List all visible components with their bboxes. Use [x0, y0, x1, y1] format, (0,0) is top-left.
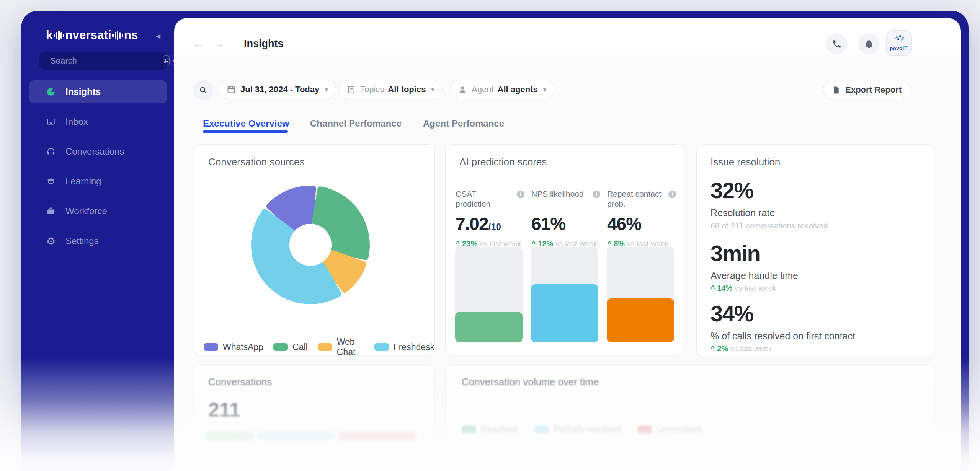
- chevron-down-icon: ▾: [543, 86, 547, 93]
- pie-chart-icon: [46, 86, 56, 97]
- sidebar-collapse-icon[interactable]: ◂: [156, 31, 160, 41]
- volume-line-chart: [446, 441, 934, 471]
- filter-search-button[interactable]: [193, 80, 213, 100]
- conversations-total: 211: [208, 398, 240, 421]
- sidebar-item-label: Inbox: [65, 116, 88, 127]
- legend-item: Freshdesk: [374, 342, 434, 352]
- phone-button[interactable]: [826, 33, 848, 55]
- first-contact-value: 34%: [710, 301, 753, 326]
- waveform-icon: [112, 31, 123, 40]
- bar-segment: [204, 432, 253, 440]
- conversation-sources-card: Conversation sources WhatsApp Call Web C…: [194, 144, 435, 355]
- cmd-key-badge: ⌘: [163, 55, 170, 66]
- legend-swatch: [534, 426, 549, 434]
- tab-agent-perfomance[interactable]: Agent Perfomance: [423, 118, 504, 129]
- graduation-cap-icon: [46, 176, 56, 187]
- sidebar-item-label: Insights: [65, 86, 101, 97]
- active-tab-underline: [203, 130, 288, 133]
- card-title: Conversations: [208, 376, 272, 388]
- card-title: AI prediction scores: [459, 156, 547, 168]
- legend-swatch: [637, 426, 652, 434]
- info-icon[interactable]: i: [593, 191, 600, 198]
- legend-swatch: [204, 343, 218, 351]
- sidebar-nav: Insights Inbox Conversations Learning: [29, 80, 167, 259]
- avatar[interactable]: povoIT: [886, 30, 912, 56]
- topics-filter[interactable]: Topics All topics ▾: [339, 80, 443, 99]
- headphones-icon: [46, 146, 56, 157]
- agent-filter[interactable]: Agent All agents ▾: [450, 80, 554, 99]
- issue-resolution-card: Issue resolution 32% Resolution rate 68 …: [696, 144, 934, 357]
- tab-channel-perfomance[interactable]: Channel Perfomance: [310, 118, 402, 129]
- metric-value: 61%: [531, 213, 604, 234]
- sidebar-item-conversations[interactable]: Conversations: [29, 140, 167, 163]
- metric-value: 7.02/10: [456, 213, 528, 234]
- gauge-bar-repeat: [607, 247, 674, 342]
- metric-label: CSAT prediction: [456, 189, 513, 210]
- sidebar-item-workforce[interactable]: Workforce: [29, 200, 167, 223]
- bar-segment: [338, 432, 415, 440]
- sidebar-item-label: Conversations: [65, 146, 124, 157]
- volume-legend: Resolved Partially resolved Unresolved: [462, 424, 701, 435]
- inbox-icon: [46, 116, 56, 127]
- legend-label: Call: [292, 342, 308, 352]
- conversations-split-bar: [204, 432, 415, 440]
- info-icon[interactable]: i: [517, 191, 524, 198]
- metric-nps: NPS likelihood i 61% ^ 12% vs last week: [531, 189, 604, 248]
- calendar-icon: [227, 85, 236, 94]
- logo-text: ns: [124, 28, 138, 42]
- chevron-down-icon: ▾: [325, 86, 328, 93]
- document-icon: [832, 86, 841, 95]
- phone-icon: [832, 39, 842, 49]
- legend-swatch: [318, 343, 332, 351]
- sidebar-item-label: Workforce: [65, 206, 107, 217]
- export-report-label: Export Report: [845, 85, 902, 95]
- search-input[interactable]: [50, 56, 160, 66]
- back-arrow-button[interactable]: ←: [193, 37, 204, 50]
- legend-label: WhatsApp: [223, 342, 263, 352]
- card-title: Conversation volume over time: [462, 376, 599, 388]
- briefcase-icon: [46, 206, 56, 217]
- bar-segment: [257, 432, 334, 440]
- export-report-button[interactable]: Export Report: [823, 81, 910, 99]
- sidebar-item-settings[interactable]: ⚙ Settings: [29, 230, 167, 253]
- page-title: Insights: [244, 38, 284, 50]
- legend-label: Resolved: [481, 424, 518, 435]
- date-range-picker[interactable]: Jul 31, 2024 - Today ▾: [219, 80, 336, 99]
- notifications-button[interactable]: [858, 33, 880, 55]
- gauge-bar-nps: [531, 247, 598, 342]
- avatar-logo: povoIT: [887, 45, 911, 51]
- legend-label: Partially resolved: [554, 424, 621, 435]
- legend-item: Unresolved: [637, 424, 701, 435]
- sidebar-item-inbox[interactable]: Inbox: [29, 110, 167, 133]
- person-icon: [458, 85, 467, 94]
- bell-icon: [864, 39, 874, 49]
- legend-item: Call: [273, 342, 308, 352]
- resolved-line: [457, 452, 923, 471]
- date-range-value: Jul 31, 2024 - Today: [240, 85, 319, 95]
- ai-prediction-card: AI prediction scores CSAT prediction i 7…: [445, 144, 683, 355]
- handle-time-value: 3min: [710, 240, 760, 266]
- forward-arrow-button[interactable]: →: [213, 37, 225, 50]
- tab-executive-overview[interactable]: Executive Overview: [203, 118, 289, 129]
- sidebar-item-learning[interactable]: Learning: [29, 170, 167, 193]
- legend-swatch: [273, 343, 288, 351]
- sidebar-item-insights[interactable]: Insights: [29, 80, 167, 103]
- topics-doc-icon: [347, 85, 356, 94]
- info-icon[interactable]: i: [668, 191, 676, 198]
- card-title: Issue resolution: [710, 156, 780, 168]
- resolution-rate-note: 68 of 211 conversations resolved: [710, 221, 828, 230]
- chevron-down-icon: ▾: [431, 86, 434, 93]
- topics-label: Topics: [360, 85, 384, 95]
- legend-label: Freshdesk: [394, 342, 434, 352]
- metric-label: Repeat contact prob.: [607, 189, 665, 210]
- legend-swatch: [462, 426, 476, 434]
- first-contact-label: % of calls resolved on first contact: [710, 331, 855, 342]
- resolution-rate-label: Resolution rate: [710, 207, 775, 218]
- search-icon: [199, 86, 208, 95]
- legend-swatch: [374, 343, 389, 351]
- donut-legend: WhatsApp Call Web Chat Freshdesk: [204, 337, 434, 357]
- waveform-icon: [54, 31, 64, 40]
- gauge-bar-csat: [455, 247, 523, 342]
- agent-value: All agents: [498, 85, 538, 95]
- sidebar-search[interactable]: ⌘ K: [39, 52, 167, 70]
